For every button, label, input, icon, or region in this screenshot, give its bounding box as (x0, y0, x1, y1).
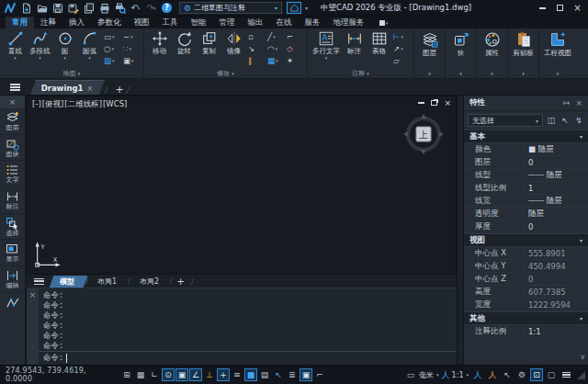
rectangle-tool-icon[interactable]: ▭▾ (104, 31, 121, 43)
ribbon-tab[interactable]: 常用 (6, 17, 34, 28)
object-snap-toggle-icon[interactable]: ▣ (175, 368, 188, 381)
copy-button[interactable]: 复制 (197, 29, 221, 56)
property-value[interactable]: 随层 (523, 209, 588, 220)
dynamic-input-toggle-icon[interactable]: + (217, 368, 230, 381)
save-button[interactable] (51, 1, 64, 15)
pick-cursor-icon[interactable]: ↖ (501, 368, 514, 381)
lineweight-toggle-icon[interactable]: ≡ (231, 368, 243, 381)
fullscreen-toggle-icon[interactable]: ▢ (545, 368, 558, 381)
plot-copy-button[interactable] (82, 1, 96, 15)
auto-hide-pin-icon[interactable]: ↦ (563, 98, 571, 107)
layer-group-footer[interactable]: ▾ (415, 68, 444, 78)
clipboard-group-footer[interactable]: ▾ (509, 68, 537, 78)
left-toolbar-layer-button[interactable]: 图层 (0, 108, 25, 135)
layout-tab[interactable]: 布局1 (87, 276, 130, 288)
region-tool-icon[interactable]: ▣▾ (123, 55, 141, 67)
toggle-pickadd-icon[interactable]: ↯ (573, 115, 584, 126)
layer-button[interactable]: 图层 (417, 29, 442, 58)
close-button[interactable]: × (571, 2, 584, 14)
document-close-button[interactable]: × (444, 98, 451, 107)
property-row[interactable]: 线宽 ―― 随层 (464, 195, 588, 208)
viewport-menu-control[interactable]: [-] (32, 99, 41, 110)
snap-toggle-icon[interactable]: ▦ (134, 368, 147, 381)
hatch-tool-icon[interactable]: ▨▾ (104, 55, 121, 67)
ribbon-tab[interactable]: 智能 (185, 17, 213, 28)
ribbon-tab[interactable]: 输出 (242, 17, 270, 28)
property-value[interactable]: ―― 随层 (523, 170, 588, 181)
modify-group-footer[interactable]: 修改 ▾ (145, 68, 306, 78)
scroll-down-hint-icon[interactable]: ∨ (580, 353, 585, 361)
mirror-button[interactable]: 镜像 (221, 29, 246, 56)
left-toolbar-display-button[interactable]: 显示 (0, 240, 25, 266)
property-row[interactable]: 注释比例 1:1 (464, 325, 588, 338)
array-tool-icon[interactable]: ▦▾ (267, 55, 285, 67)
scale-tool-icon[interactable]: ↘ (248, 43, 266, 55)
join-tool-icon[interactable]: ⌐ (287, 31, 304, 43)
attributes-group-footer[interactable]: ▾ (478, 68, 506, 78)
section-header-view[interactable]: 视图 ▾ (464, 233, 588, 247)
revision-cloud-tool-icon[interactable]: ∼▾ (123, 31, 141, 43)
property-row[interactable]: 颜色 ■ 随层 (464, 143, 588, 156)
property-row[interactable]: 中心点 Z 0 (464, 273, 588, 286)
left-toolbar-select-button[interactable]: 选择 (0, 214, 25, 241)
property-value[interactable]: 1222.9594 (523, 300, 588, 310)
viewport-visual-style-control[interactable]: [二维线框] (64, 99, 102, 110)
ribbon-tab[interactable]: 注释 (34, 17, 62, 28)
unit-selector[interactable]: 毫米 (419, 370, 434, 380)
left-toolbar-polyline-button[interactable] (0, 293, 25, 312)
maximize-button[interactable] (553, 2, 567, 14)
point-tool-icon[interactable]: ∷▾ (123, 43, 141, 55)
left-toolbar-dimension-button[interactable]: 标注 (0, 187, 25, 214)
linear-dimension-tool-icon[interactable]: ⊢▾ (393, 31, 411, 43)
object-track-toggle-icon[interactable]: ⊥ (203, 368, 216, 381)
angle-snap-toggle-icon[interactable]: ∠ (189, 368, 202, 381)
property-row[interactable]: 透明度 随层 (464, 208, 588, 220)
annotation-clip-tool-icon[interactable]: ▱ (393, 55, 411, 67)
open-file-button[interactable] (35, 1, 49, 15)
left-toolbar-block-button[interactable]: 图块 (0, 135, 25, 162)
stretch-tool-icon[interactable]: ▫ (248, 31, 266, 43)
property-row[interactable]: 中心点 Y 450.4994 (464, 260, 588, 273)
command-window-close-button[interactable]: × (29, 290, 37, 365)
layout-menu-button[interactable] (29, 278, 48, 285)
dimension-button[interactable]: 标注 (342, 29, 367, 56)
layout-tab[interactable]: 模型 (50, 276, 88, 288)
annotate-group-footer[interactable]: 注释 ▾ (309, 68, 413, 78)
annotation-visibility-toggle-icon[interactable]: 人 (471, 368, 484, 381)
ribbon-tab[interactable]: 参数化 (91, 17, 128, 28)
engineering-view-group-footer[interactable]: ▾ (540, 68, 575, 78)
ribbon-tab[interactable]: 服务 (299, 17, 327, 28)
layout-tab[interactable]: 布局2 (129, 276, 172, 288)
print-preview-button[interactable] (113, 1, 127, 15)
offset-tool-icon[interactable]: ∥ (248, 55, 266, 67)
workspace-step-icon[interactable]: ⌐ (313, 368, 326, 381)
lineweight-display-toggle-icon[interactable]: ■ (244, 368, 257, 381)
property-row[interactable]: 高度 607.7385 (464, 286, 588, 299)
clipboard-button[interactable]: 剪贴板 (511, 29, 536, 58)
document-menu-button[interactable] (4, 80, 26, 95)
left-toolbar-text-button[interactable]: 文字 (0, 161, 25, 187)
new-document-tab-button[interactable]: + (116, 85, 124, 95)
ribbon-tab[interactable]: 视图 (128, 17, 156, 28)
print-button[interactable] (97, 1, 111, 15)
select-objects-icon[interactable]: ↖ (560, 115, 571, 126)
property-value[interactable]: 1 (523, 184, 588, 193)
block-button[interactable]: 块 (448, 29, 473, 58)
property-value[interactable]: 450.4994 (523, 262, 588, 271)
help-button[interactable]: ? (160, 1, 174, 15)
engineering-view-button[interactable]: 工程视图 (542, 29, 573, 58)
minimize-button[interactable] (536, 2, 549, 14)
document-tab-close-icon[interactable]: × (87, 84, 94, 92)
section-header-basic[interactable]: 基本 ▾ (464, 130, 588, 143)
mtext-button[interactable]: A 多行文字 ▾ (311, 29, 342, 61)
view-compass[interactable]: 上 (402, 113, 445, 155)
drawing-canvas[interactable]: [-] [俯视] [二维线框] [WCS] × 上 (26, 96, 457, 274)
document-tab[interactable]: Drawing1 × (30, 80, 104, 95)
grid-toggle-icon[interactable]: ⊞ (120, 368, 133, 381)
redo-caret-icon[interactable]: ▾ (153, 6, 156, 11)
polyline-button[interactable]: 多段线 ▾ (28, 29, 52, 61)
coordinates-readout[interactable]: 274.9543, 739.4619, 0.0000 (6, 367, 114, 383)
viewport-view-control[interactable]: [俯视] (42, 99, 64, 110)
attributes-button[interactable]: 属性 (480, 29, 504, 58)
customization-gear-icon[interactable]: ⚙ (515, 368, 528, 381)
